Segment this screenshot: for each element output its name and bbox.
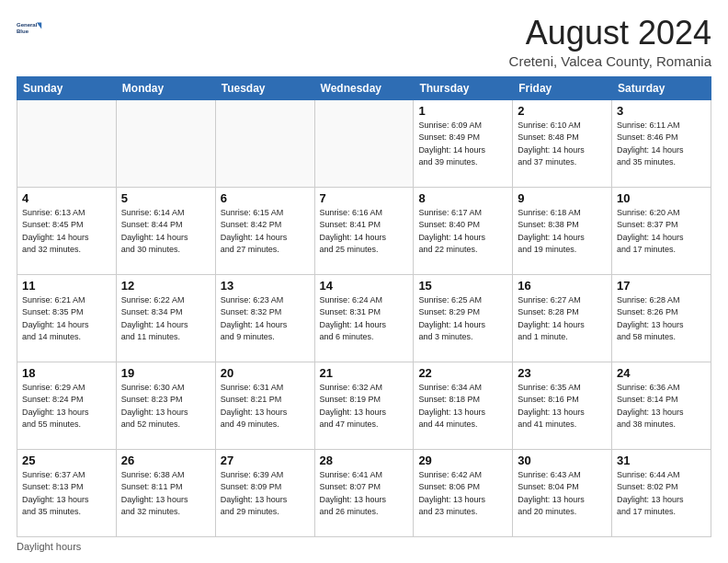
calendar-cell: 25Sunrise: 6:37 AM Sunset: 8:13 PM Dayli…	[17, 449, 117, 536]
day-number: 19	[121, 366, 210, 380]
day-number: 17	[617, 279, 706, 293]
weekday-header-wednesday: Wednesday	[314, 76, 414, 99]
day-number: 6	[221, 191, 310, 205]
svg-marker-2	[37, 22, 41, 29]
day-info: Sunrise: 6:34 AM Sunset: 8:18 PM Dayligh…	[418, 382, 507, 431]
day-number: 4	[22, 191, 111, 205]
weekday-header-tuesday: Tuesday	[215, 76, 314, 99]
day-number: 8	[418, 191, 507, 205]
calendar-week-5: 25Sunrise: 6:37 AM Sunset: 8:13 PM Dayli…	[17, 449, 711, 536]
day-info: Sunrise: 6:16 AM Sunset: 8:41 PM Dayligh…	[320, 207, 409, 257]
calendar-cell: 22Sunrise: 6:34 AM Sunset: 8:18 PM Dayli…	[414, 362, 513, 449]
day-info: Sunrise: 6:15 AM Sunset: 8:42 PM Dayligh…	[221, 207, 310, 257]
day-number: 30	[518, 454, 607, 467]
day-info: Sunrise: 6:31 AM Sunset: 8:21 PM Dayligh…	[221, 382, 310, 431]
day-number: 25	[22, 454, 111, 467]
day-number: 22	[418, 366, 507, 380]
calendar-cell: 6Sunrise: 6:15 AM Sunset: 8:42 PM Daylig…	[215, 187, 314, 274]
day-number: 7	[320, 191, 409, 205]
day-info: Sunrise: 6:44 AM Sunset: 8:02 PM Dayligh…	[617, 469, 706, 519]
calendar-cell: 19Sunrise: 6:30 AM Sunset: 8:23 PM Dayli…	[116, 362, 215, 449]
day-number: 24	[617, 366, 706, 380]
day-info: Sunrise: 6:41 AM Sunset: 8:07 PM Dayligh…	[320, 469, 409, 519]
calendar-cell: 3Sunrise: 6:11 AM Sunset: 8:46 PM Daylig…	[612, 99, 711, 187]
day-info: Sunrise: 6:35 AM Sunset: 8:16 PM Dayligh…	[518, 382, 607, 431]
day-info: Sunrise: 6:29 AM Sunset: 8:24 PM Dayligh…	[22, 382, 111, 431]
calendar-cell: 31Sunrise: 6:44 AM Sunset: 8:02 PM Dayli…	[612, 449, 711, 536]
weekday-header-thursday: Thursday	[414, 76, 513, 99]
day-info: Sunrise: 6:23 AM Sunset: 8:32 PM Dayligh…	[221, 294, 310, 344]
day-info: Sunrise: 6:32 AM Sunset: 8:19 PM Dayligh…	[320, 382, 409, 431]
day-info: Sunrise: 6:43 AM Sunset: 8:04 PM Dayligh…	[518, 469, 607, 519]
calendar-week-3: 11Sunrise: 6:21 AM Sunset: 8:35 PM Dayli…	[17, 274, 711, 362]
calendar-cell: 17Sunrise: 6:28 AM Sunset: 8:26 PM Dayli…	[612, 274, 711, 362]
calendar-cell: 27Sunrise: 6:39 AM Sunset: 8:09 PM Dayli…	[215, 449, 314, 536]
header: GeneralBlue August 2024 Creteni, Valcea …	[17, 15, 711, 69]
day-info: Sunrise: 6:25 AM Sunset: 8:29 PM Dayligh…	[418, 294, 507, 344]
calendar-cell: 11Sunrise: 6:21 AM Sunset: 8:35 PM Dayli…	[17, 274, 117, 362]
day-info: Sunrise: 6:28 AM Sunset: 8:26 PM Dayligh…	[617, 294, 706, 344]
weekday-header-sunday: Sunday	[17, 76, 117, 99]
logo: GeneralBlue	[17, 15, 42, 40]
day-info: Sunrise: 6:39 AM Sunset: 8:09 PM Dayligh…	[221, 469, 310, 519]
day-number: 28	[320, 454, 409, 467]
day-info: Sunrise: 6:18 AM Sunset: 8:38 PM Dayligh…	[518, 207, 607, 257]
calendar-cell: 12Sunrise: 6:22 AM Sunset: 8:34 PM Dayli…	[116, 274, 215, 362]
main-title: August 2024	[509, 15, 711, 52]
calendar-cell: 28Sunrise: 6:41 AM Sunset: 8:07 PM Dayli…	[314, 449, 414, 536]
weekday-header-friday: Friday	[513, 76, 612, 99]
day-number: 21	[320, 366, 409, 380]
calendar-cell: 7Sunrise: 6:16 AM Sunset: 8:41 PM Daylig…	[314, 187, 414, 274]
day-number: 14	[320, 279, 409, 293]
day-number: 15	[418, 279, 507, 293]
day-number: 3	[617, 104, 706, 118]
calendar-cell	[17, 99, 117, 187]
day-number: 23	[518, 366, 607, 380]
calendar-cell	[314, 99, 414, 187]
svg-text:Blue: Blue	[17, 29, 29, 34]
calendar-cell: 5Sunrise: 6:14 AM Sunset: 8:44 PM Daylig…	[116, 187, 215, 274]
logo-icon: GeneralBlue	[17, 15, 42, 40]
day-number: 1	[418, 104, 507, 118]
calendar-cell: 10Sunrise: 6:20 AM Sunset: 8:37 PM Dayli…	[612, 187, 711, 274]
calendar-cell: 21Sunrise: 6:32 AM Sunset: 8:19 PM Dayli…	[314, 362, 414, 449]
calendar-week-4: 18Sunrise: 6:29 AM Sunset: 8:24 PM Dayli…	[17, 362, 711, 449]
day-info: Sunrise: 6:14 AM Sunset: 8:44 PM Dayligh…	[121, 207, 210, 257]
day-info: Sunrise: 6:37 AM Sunset: 8:13 PM Dayligh…	[22, 469, 111, 519]
calendar-cell: 9Sunrise: 6:18 AM Sunset: 8:38 PM Daylig…	[513, 187, 612, 274]
day-info: Sunrise: 6:27 AM Sunset: 8:28 PM Dayligh…	[518, 294, 607, 344]
title-block: August 2024 Creteni, Valcea County, Roma…	[509, 15, 711, 69]
calendar-cell: 16Sunrise: 6:27 AM Sunset: 8:28 PM Dayli…	[513, 274, 612, 362]
day-info: Sunrise: 6:11 AM Sunset: 8:46 PM Dayligh…	[617, 120, 706, 169]
subtitle: Creteni, Valcea County, Romania	[509, 53, 711, 69]
calendar-cell: 29Sunrise: 6:42 AM Sunset: 8:06 PM Dayli…	[414, 449, 513, 536]
day-number: 5	[121, 191, 210, 205]
calendar-cell: 15Sunrise: 6:25 AM Sunset: 8:29 PM Dayli…	[414, 274, 513, 362]
calendar-cell: 13Sunrise: 6:23 AM Sunset: 8:32 PM Dayli…	[215, 274, 314, 362]
footer-note: Daylight hours	[17, 541, 711, 552]
day-number: 31	[617, 454, 706, 467]
day-info: Sunrise: 6:22 AM Sunset: 8:34 PM Dayligh…	[121, 294, 210, 344]
day-info: Sunrise: 6:42 AM Sunset: 8:06 PM Dayligh…	[418, 469, 507, 519]
day-number: 12	[121, 279, 210, 293]
day-info: Sunrise: 6:36 AM Sunset: 8:14 PM Dayligh…	[617, 382, 706, 431]
calendar-week-2: 4Sunrise: 6:13 AM Sunset: 8:45 PM Daylig…	[17, 187, 711, 274]
calendar-cell	[116, 99, 215, 187]
day-info: Sunrise: 6:20 AM Sunset: 8:37 PM Dayligh…	[617, 207, 706, 257]
day-info: Sunrise: 6:21 AM Sunset: 8:35 PM Dayligh…	[22, 294, 111, 344]
day-number: 9	[518, 191, 607, 205]
day-info: Sunrise: 6:17 AM Sunset: 8:40 PM Dayligh…	[418, 207, 507, 257]
weekday-header-monday: Monday	[116, 76, 215, 99]
calendar-week-1: 1Sunrise: 6:09 AM Sunset: 8:49 PM Daylig…	[17, 99, 711, 187]
page: GeneralBlue August 2024 Creteni, Valcea …	[0, 0, 728, 563]
calendar-cell: 8Sunrise: 6:17 AM Sunset: 8:40 PM Daylig…	[414, 187, 513, 274]
day-number: 13	[221, 279, 310, 293]
day-number: 20	[221, 366, 310, 380]
calendar-cell: 2Sunrise: 6:10 AM Sunset: 8:48 PM Daylig…	[513, 99, 612, 187]
calendar-cell: 26Sunrise: 6:38 AM Sunset: 8:11 PM Dayli…	[116, 449, 215, 536]
calendar-cell: 14Sunrise: 6:24 AM Sunset: 8:31 PM Dayli…	[314, 274, 414, 362]
calendar-cell: 24Sunrise: 6:36 AM Sunset: 8:14 PM Dayli…	[612, 362, 711, 449]
day-info: Sunrise: 6:13 AM Sunset: 8:45 PM Dayligh…	[22, 207, 111, 257]
calendar-cell	[215, 99, 314, 187]
day-number: 18	[22, 366, 111, 380]
